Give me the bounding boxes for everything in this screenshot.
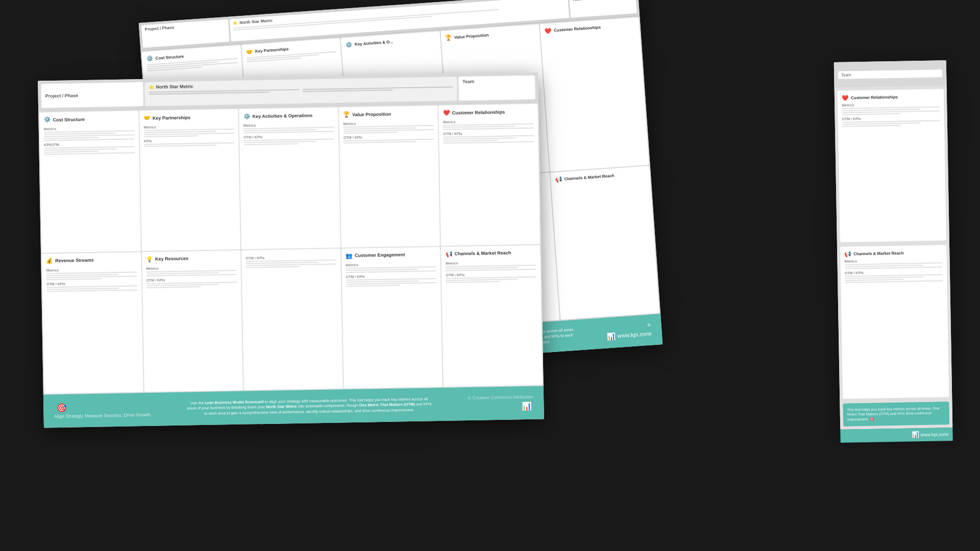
back-footer-right: ⊕ 📊 www.kpi.zone [606,322,652,340]
right-panel-grid: ❤️ Customer Relationships Metrics OTM / … [835,86,953,430]
back-project-phase: Project / Phase [141,19,230,48]
right-card-channels: 📢 Channels & Market Reach Metrics OTM / … [840,245,949,398]
back-north-star-label: ⭐ North Star Metric [233,0,565,26]
front-card-customer-rel: ❤️ Customer Relationships Metrics OTM / … [438,104,540,246]
right-footer: 📊 www.kpi.zone [840,428,952,443]
scorecard-right: Team ❤️ Customer Relationships Metrics O… [834,60,953,430]
front-footer-right: © Creative Commons Attribution 📊 [468,394,533,412]
front-card-revenue: 💰 Revenue Streams Metrics OTM / KPIs [42,252,143,394]
back-card-customer-rel: ❤️ Customer Relationships [540,17,649,171]
scorecard-front: Project / Phase ⭐ North Star Metric [38,72,544,428]
front-card-cost: ⚙️ Cost Structure Metrics KPI/OTM [39,111,140,253]
front-card-channels: 📢 Channels & Market Reach Metrics OTM / … [441,245,542,387]
front-card-mid-empty: OTM / KPIs [241,248,342,390]
back-card-channels: 📢 Channels & Market Reach [551,165,659,319]
front-grid: ⚙️ Cost Structure Metrics KPI/OTM [38,103,544,394]
front-team-box: Team [458,76,535,101]
back-team: Team [569,0,637,18]
right-header: Team [834,60,947,88]
front-project-box: Project / Phase [41,82,143,108]
back-project-label: Project / Phase [144,21,225,32]
right-card-customer-rel: ❤️ Customer Relationships Metrics OTM / … [838,89,946,242]
front-card-engagement: 👥 Customer Engagement Metrics OTM / KPIs [341,246,443,388]
front-card-activities: ⚙️ Key Activities & Operations Metrics O… [239,107,340,249]
front-card-resources: 💡 Key Resources Metrics OTM / KPIs [142,250,243,392]
right-teal-info: This tool helps you track key metrics ac… [843,402,949,427]
front-card-value: 🏆 Value Proposition Metrics OTM / KPIs [339,106,440,247]
front-north-star-box: ⭐ North Star Metric [144,77,457,106]
front-card-partnerships: 🤝 Key Partnerships Metrics KPIs [139,109,240,251]
right-team-box: Team [838,69,942,79]
front-footer-brand: 🎯 Align Strategy, Measure Success, Drive… [54,402,151,419]
